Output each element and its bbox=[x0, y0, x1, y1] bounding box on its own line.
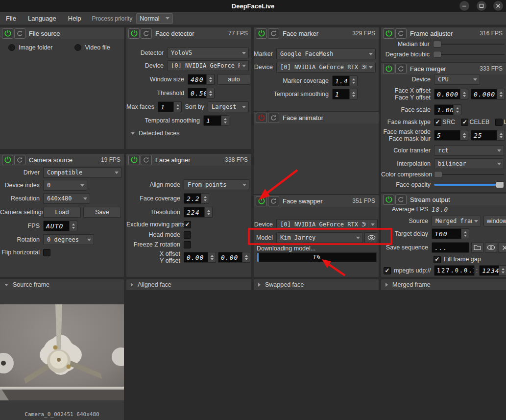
driver-dropdown[interactable]: Compatible bbox=[43, 167, 121, 178]
mpegts-host-field[interactable]: 127.0.0.1 bbox=[434, 265, 475, 276]
slider-handle[interactable] bbox=[496, 181, 504, 188]
merger-device-dropdown[interactable]: CPU bbox=[434, 74, 480, 85]
power-button[interactable] bbox=[256, 28, 267, 39]
slider-handle[interactable] bbox=[434, 171, 442, 178]
aligner-resolution-spinbox[interactable]: 224 bbox=[184, 207, 213, 218]
power-button[interactable] bbox=[383, 64, 394, 74]
model-info-button[interactable] bbox=[364, 232, 378, 243]
power-button[interactable] bbox=[128, 155, 140, 165]
temporal-smoothing-spinbox[interactable]: 1 bbox=[203, 115, 229, 126]
mask-src-checkbox[interactable] bbox=[434, 119, 441, 126]
power-button[interactable] bbox=[128, 28, 140, 39]
reset-button[interactable] bbox=[141, 155, 152, 165]
face-coverage-spinbox[interactable]: 2.2 bbox=[184, 193, 209, 204]
align-mode-dropdown[interactable]: From points bbox=[184, 179, 249, 190]
detected-faces-collapsible[interactable]: Detected faces bbox=[126, 128, 251, 139]
reset-button[interactable] bbox=[14, 28, 25, 39]
minimize-button[interactable] bbox=[459, 1, 469, 11]
interpolation-dropdown[interactable]: bilinear bbox=[434, 158, 504, 169]
mask-celeb-label: CELEB bbox=[469, 119, 489, 125]
mpegts-checkbox[interactable] bbox=[384, 267, 391, 274]
sort-by-dropdown[interactable]: Largest bbox=[208, 101, 249, 112]
save-sequence-clear-button[interactable] bbox=[499, 242, 506, 253]
mask-celeb-checkbox[interactable] bbox=[461, 119, 468, 126]
resolution-dropdown[interactable]: 640x480 bbox=[43, 193, 90, 204]
target-delay-spinbox[interactable]: 100 bbox=[432, 228, 469, 239]
y-offset-spinbox[interactable]: 0.00 bbox=[218, 252, 250, 263]
power-button[interactable] bbox=[2, 28, 13, 39]
reset-button[interactable] bbox=[395, 28, 407, 39]
face-y-offset-spinbox[interactable]: 0.000 bbox=[471, 89, 505, 99]
image-folder-radio[interactable] bbox=[8, 44, 15, 51]
device-dropdown[interactable]: [0] NVIDIA GeForce RTX 3070 bbox=[167, 60, 249, 71]
video-file-radio[interactable] bbox=[74, 44, 81, 51]
save-sequence-folder-button[interactable] bbox=[471, 242, 483, 253]
max-faces-spinbox[interactable]: 1 bbox=[158, 101, 182, 112]
power-button[interactable] bbox=[383, 28, 394, 39]
detector-dropdown[interactable]: YoloV5 bbox=[167, 48, 249, 58]
menu-file[interactable]: File bbox=[0, 12, 22, 25]
process-priority-dropdown[interactable]: Normal bbox=[136, 13, 172, 24]
threshold-spinbox[interactable]: 0.50 bbox=[188, 88, 215, 99]
model-dropdown[interactable]: Kim Jarrey bbox=[276, 232, 363, 243]
save-sequence-field[interactable]: ... bbox=[432, 242, 469, 253]
maximize-button[interactable] bbox=[477, 1, 486, 11]
x-offset-spinbox[interactable]: 0.00 bbox=[184, 252, 216, 263]
reload-icon bbox=[270, 198, 277, 205]
exclude-moving-parts-checkbox[interactable] bbox=[184, 221, 191, 228]
load-button[interactable]: Load bbox=[43, 207, 81, 218]
reset-button[interactable] bbox=[395, 64, 407, 74]
fill-frame-gap-checkbox[interactable] bbox=[434, 256, 441, 263]
window-button[interactable]: window bbox=[483, 216, 506, 226]
reset-button[interactable] bbox=[268, 196, 279, 206]
face-opacity-slider[interactable] bbox=[434, 181, 504, 189]
spin-arrows-icon bbox=[206, 88, 214, 98]
power-button[interactable] bbox=[256, 113, 267, 123]
face-mask-blur-spinbox[interactable]: 25 bbox=[471, 130, 505, 141]
head-mode-checkbox[interactable] bbox=[184, 231, 191, 239]
menu-language[interactable]: Language bbox=[22, 12, 62, 25]
reset-button[interactable] bbox=[268, 28, 279, 39]
reset-button[interactable] bbox=[14, 155, 25, 165]
freeze-z-rotation-checkbox[interactable] bbox=[184, 241, 191, 248]
menu-help[interactable]: Help bbox=[62, 12, 87, 25]
reset-button[interactable] bbox=[395, 195, 407, 205]
color-compression-slider[interactable] bbox=[434, 171, 504, 178]
source-frame-collapsible[interactable]: Source frame bbox=[0, 279, 124, 290]
median-blur-slider[interactable] bbox=[433, 40, 505, 48]
power-button[interactable] bbox=[383, 195, 394, 205]
power-button[interactable] bbox=[256, 196, 267, 206]
marker-coverage-spinbox[interactable]: 1.4 bbox=[332, 75, 358, 86]
device-index-dropdown[interactable]: 0 bbox=[43, 180, 87, 191]
face-x-offset-spinbox[interactable]: 0.000 bbox=[434, 89, 468, 99]
aligned-face-collapsible[interactable]: Aligned face bbox=[126, 279, 251, 290]
power-button[interactable] bbox=[2, 155, 13, 165]
reset-button[interactable] bbox=[141, 28, 152, 39]
merged-frame-collapsible[interactable]: Merged frame bbox=[381, 279, 506, 290]
slider-handle[interactable] bbox=[433, 51, 441, 58]
merger-device-label: Device bbox=[381, 76, 434, 83]
save-button[interactable]: Save bbox=[83, 207, 121, 218]
color-transfer-dropdown[interactable]: rct bbox=[434, 145, 504, 156]
fps-spinbox[interactable]: AUTO bbox=[43, 221, 77, 231]
marker-temporal-spinbox[interactable]: 1 bbox=[332, 89, 358, 99]
mpegts-port-spinbox[interactable]: 1234 bbox=[479, 265, 506, 276]
face-scale-spinbox[interactable]: 1.00 bbox=[434, 104, 461, 115]
window-size-spinbox[interactable]: 480 bbox=[188, 74, 215, 85]
reset-button[interactable] bbox=[268, 113, 279, 123]
marker-dropdown[interactable]: Google FaceMesh bbox=[276, 49, 376, 59]
slider-handle[interactable] bbox=[433, 41, 441, 48]
mask-lmrks-checkbox[interactable] bbox=[495, 119, 503, 126]
auto-button[interactable]: auto bbox=[217, 74, 250, 85]
marker-device-dropdown[interactable]: [0] NVIDIA GeForce RTX 3070 bbox=[276, 62, 376, 73]
face-mask-erode-spinbox[interactable]: 5 bbox=[434, 130, 468, 141]
swapped-face-collapsible[interactable]: Swapped face bbox=[254, 279, 379, 290]
save-sequence-preview-button[interactable] bbox=[485, 242, 497, 253]
max-faces-value: 1 bbox=[158, 102, 173, 112]
swapper-device-dropdown[interactable]: [0] NVIDIA GeForce RTX 3070 bbox=[276, 219, 378, 230]
flip-horizontal-checkbox[interactable] bbox=[43, 249, 50, 256]
degrade-bicubic-slider[interactable] bbox=[433, 50, 505, 58]
rotation-dropdown[interactable]: 0 degrees bbox=[43, 234, 94, 245]
close-button[interactable] bbox=[493, 1, 503, 11]
stream-source-dropdown[interactable]: Merged fram bbox=[432, 216, 481, 226]
